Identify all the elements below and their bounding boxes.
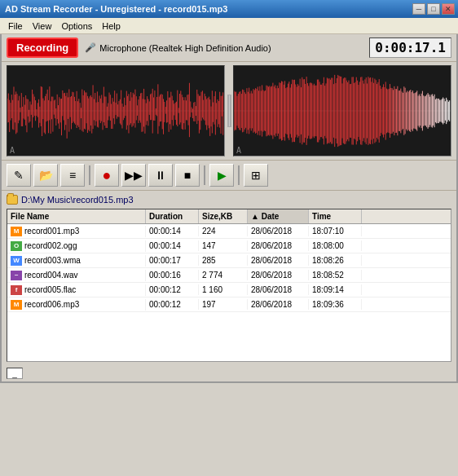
table-row[interactable]: W record003.wma 00:00:17 285 28/06/2018 … (7, 253, 451, 268)
col-header-size[interactable]: Size,KB (199, 209, 248, 223)
minimize-button[interactable]: ─ (412, 3, 425, 15)
col-header-name[interactable]: File Name (7, 209, 146, 223)
list-button[interactable]: ≡ (60, 164, 85, 187)
filepath-bar: D:\My Music\record015.mp3 (2, 191, 456, 209)
record-button[interactable]: ● (95, 164, 119, 187)
cell-duration: 00:00:17 (146, 255, 199, 266)
waveform-left-canvas (7, 66, 224, 156)
cell-size: 1 160 (199, 284, 248, 295)
cell-duration: 00:00:12 (146, 299, 199, 310)
cell-duration: 00:00:14 (146, 226, 199, 236)
waveform-left (7, 65, 225, 156)
cell-time: 18:08:52 (309, 270, 362, 280)
waveform-area (2, 62, 456, 160)
col-header-time[interactable]: Time (309, 209, 362, 223)
cell-size: 147 (199, 240, 248, 251)
skip-forward-button[interactable]: ▶▶ (121, 164, 146, 187)
file-list-area[interactable]: File Name Duration Size,KB ▲ Date Time M… (7, 209, 451, 362)
close-button[interactable]: ✕ (442, 3, 455, 15)
toolbar-separator-2 (204, 165, 205, 185)
cell-date: 28/06/2018 (248, 284, 309, 295)
cell-size: 197 (199, 299, 248, 310)
cell-date: 28/06/2018 (248, 255, 309, 266)
edit-button[interactable]: ✎ (7, 164, 31, 187)
toolbar: ✎ 📂 ≡ ● ▶▶ ⏸ ■ ▶ ⊞ (2, 160, 456, 191)
file-type-icon: f (11, 285, 22, 295)
cell-date: 28/06/2018 (248, 299, 309, 310)
menu-view[interactable]: View (28, 20, 57, 32)
pause-button[interactable]: ⏸ (148, 164, 173, 187)
menu-file[interactable]: File (3, 20, 28, 32)
grid-button[interactable]: ⊞ (244, 164, 268, 187)
recording-badge: Recording (7, 37, 78, 58)
cell-filename: M record006.mp3 (7, 299, 146, 311)
menu-options[interactable]: Options (56, 20, 97, 32)
cell-duration: 00:00:12 (146, 284, 199, 295)
cell-filename: ~ record004.wav (7, 270, 146, 281)
waveform-right-canvas (234, 66, 451, 156)
mic-label: Microphone (Realtek High Definition Audi… (99, 43, 271, 53)
cell-time: 18:08:26 (309, 255, 362, 266)
cursor-indicator: _ (7, 368, 23, 379)
filepath-text: D:\My Music\record015.mp3 (21, 195, 134, 205)
menu-bar: File View Options Help (0, 18, 458, 34)
recording-bar: Recording 🎤 Microphone (Realtek High Def… (2, 34, 456, 62)
folder-icon (7, 195, 18, 205)
title-bar-buttons: ─ □ ✕ (412, 3, 455, 15)
table-row[interactable]: M record006.mp3 00:00:12 197 28/06/2018 … (7, 298, 451, 312)
cell-size: 285 (199, 255, 248, 266)
table-row[interactable]: O record002.ogg 00:00:14 147 28/06/2018 … (7, 239, 451, 253)
cell-filename: M record001.mp3 (7, 226, 146, 237)
stop-button[interactable]: ■ (175, 164, 200, 187)
file-type-icon: W (11, 256, 22, 266)
cell-time: 18:09:14 (309, 284, 362, 295)
table-row[interactable]: f record005.flac 00:00:12 1 160 28/06/20… (7, 283, 451, 298)
waveform-divider[interactable] (227, 65, 231, 156)
toolbar-separator-1 (89, 165, 90, 185)
status-bar: _ (2, 365, 456, 381)
main-window: Recording 🎤 Microphone (Realtek High Def… (0, 34, 458, 383)
cell-time: 18:07:10 (309, 226, 362, 236)
cell-time: 18:08:00 (309, 240, 362, 251)
cell-date: 28/06/2018 (248, 270, 309, 280)
cell-size: 2 774 (199, 270, 248, 280)
cell-filename: f record005.flac (7, 284, 146, 296)
file-list-header: File Name Duration Size,KB ▲ Date Time (7, 209, 451, 224)
title-bar: AD Stream Recorder - Unregistered - reco… (0, 0, 458, 18)
col-header-duration[interactable]: Duration (146, 209, 199, 223)
window-title: AD Stream Recorder - Unregistered - reco… (5, 4, 227, 14)
menu-help[interactable]: Help (97, 20, 126, 32)
waveform-right (233, 65, 451, 156)
cell-size: 224 (199, 226, 248, 236)
timer-display: 0:00:17.1 (369, 37, 451, 58)
col-header-date[interactable]: ▲ Date (248, 209, 309, 223)
maximize-button[interactable]: □ (427, 3, 440, 15)
cell-date: 28/06/2018 (248, 226, 309, 236)
cell-time: 18:09:36 (309, 299, 362, 310)
file-type-icon: O (11, 241, 22, 251)
file-type-icon: M (11, 300, 22, 310)
cell-duration: 00:00:16 (146, 270, 199, 280)
divider-handle[interactable] (227, 95, 231, 127)
cell-date: 28/06/2018 (248, 240, 309, 251)
file-type-icon: ~ (11, 271, 22, 280)
file-rows: M record001.mp3 00:00:14 224 28/06/2018 … (7, 224, 451, 312)
table-row[interactable]: ~ record004.wav 00:00:16 2 774 28/06/201… (7, 268, 451, 283)
toolbar-separator-3 (238, 165, 240, 185)
cell-duration: 00:00:14 (146, 240, 199, 251)
cell-filename: W record003.wma (7, 255, 146, 267)
mic-icon: 🎤 (85, 42, 96, 53)
mic-info: 🎤 Microphone (Realtek High Definition Au… (85, 42, 363, 53)
cell-filename: O record002.ogg (7, 240, 146, 252)
play-button[interactable]: ▶ (209, 164, 234, 187)
file-type-icon: M (11, 227, 22, 236)
table-row[interactable]: M record001.mp3 00:00:14 224 28/06/2018 … (7, 224, 451, 239)
open-folder-button[interactable]: 📂 (33, 164, 58, 187)
